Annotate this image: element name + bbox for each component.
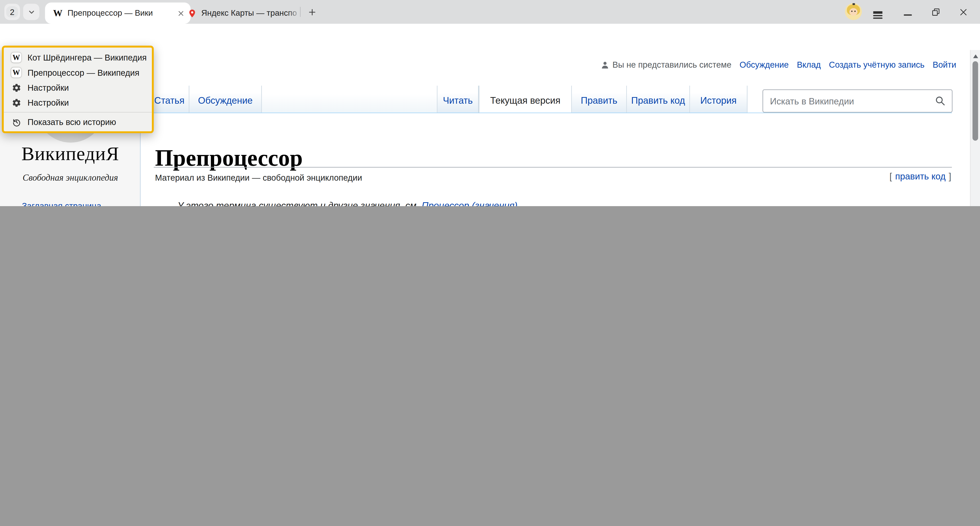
tab-title: Препроцессор — Вики — [68, 8, 178, 18]
search-input[interactable] — [763, 90, 934, 112]
tab-yandex-maps[interactable]: Яндекс Карты — транспо — [183, 2, 306, 24]
history-icon — [11, 117, 21, 127]
page-scrollbar[interactable] — [970, 50, 980, 206]
menu-divider — [4, 112, 152, 113]
sidebar-nav-main: Заглавная страница Содержание Избранные … — [22, 198, 101, 206]
history-item[interactable]: Настройки — [4, 80, 152, 95]
hamburger-icon — [873, 11, 882, 13]
tab-history[interactable]: История — [690, 86, 748, 113]
chevron-down-icon — [27, 8, 35, 16]
personal-link-login[interactable]: Войти — [933, 60, 956, 69]
search-icon — [934, 95, 946, 106]
restore-window-button[interactable] — [928, 5, 943, 19]
personal-link-talk[interactable]: Обсуждение — [740, 60, 789, 69]
tab-read[interactable]: Читать — [438, 86, 479, 113]
wikipedia-tagline: Свободная энциклопедия — [0, 172, 141, 183]
tab-discussion[interactable]: Обсуждение — [189, 86, 262, 113]
history-item[interactable]: Настройки — [4, 95, 152, 110]
tab-list-dropdown-button[interactable] — [23, 4, 39, 20]
back-history-menu: W Кот Шрёдингера — Википедия W Препроцес… — [2, 46, 154, 133]
edit-source-link[interactable]: править код — [895, 171, 946, 182]
plus-icon — [307, 7, 317, 16]
history-item[interactable]: W Препроцессор — Википедия — [4, 65, 152, 80]
scrollbar-thumb[interactable] — [972, 61, 978, 141]
browser-window: 2 W Препроцессор — Вики Яндекс Карты — т… — [0, 0, 980, 206]
tab-article[interactable]: Статья — [150, 86, 189, 113]
history-item-label: Настройки — [27, 98, 69, 107]
show-full-history-item[interactable]: Показать всю историю — [4, 115, 152, 129]
personal-link-contributions[interactable]: Вклад — [797, 60, 821, 69]
new-tab-button[interactable] — [305, 5, 319, 19]
history-item-label: Настройки — [27, 83, 69, 92]
wikipedia-favicon-icon: W — [11, 53, 21, 62]
personal-bar: Вы не представились системе Обсуждение В… — [600, 60, 956, 69]
article-subtitle: Материал из Википедии — свободной энцикл… — [155, 173, 362, 183]
sidebar-item-main-page[interactable]: Заглавная страница — [22, 201, 101, 206]
tab-group-counter[interactable]: 2 — [5, 4, 20, 20]
gear-icon — [11, 97, 21, 108]
gear-icon — [11, 83, 21, 92]
disambiguation-link[interactable]: Процессор (значения) — [422, 200, 517, 206]
minimize-window-button[interactable] — [900, 5, 915, 19]
tab-bar: 2 W Препроцессор — Вики Яндекс Карты — т… — [0, 0, 980, 24]
history-item-label: Кот Шрёдингера — Википедия — [27, 53, 146, 62]
history-item[interactable]: W Кот Шрёдингера — Википедия — [4, 50, 152, 65]
tab-preprocessor[interactable]: W Препроцессор — Вики — [45, 2, 191, 24]
tab-strip-spacer — [262, 86, 438, 113]
person-icon — [600, 60, 609, 69]
restore-window-icon — [931, 7, 940, 16]
history-item-label: Препроцессор — Википедия — [27, 68, 139, 77]
close-icon — [958, 7, 968, 16]
history-item-label: Показать всю историю — [27, 117, 116, 126]
browser-menu-button[interactable] — [870, 5, 885, 19]
search-button[interactable] — [934, 95, 946, 106]
login-status: Вы не представились системе — [600, 60, 731, 69]
wikipedia-wordmark[interactable]: ВикипедиЯ — [0, 143, 141, 165]
tab-edit[interactable]: Править — [572, 86, 627, 113]
minimize-icon — [903, 14, 912, 15]
wiki-search — [762, 89, 953, 113]
article-title: Препроцессор — [155, 144, 303, 171]
profile-avatar[interactable] — [845, 3, 862, 20]
wiki-content: Вы не представились системе Обсуждение В… — [142, 50, 970, 206]
wikipedia-favicon-icon: W — [11, 68, 21, 78]
edit-section: [править код] — [889, 171, 951, 182]
wikipedia-favicon-icon: W — [53, 8, 62, 18]
tab-edit-source[interactable]: Править код — [627, 86, 690, 113]
personal-link-create-account[interactable]: Создать учётную запись — [829, 60, 924, 69]
hatnote: У этого термина существуют и другие знач… — [177, 200, 520, 206]
tab-current-version[interactable]: Текущая версия — [479, 86, 572, 113]
scroll-up-arrow[interactable] — [973, 54, 978, 58]
tab-group-count: 2 — [10, 7, 14, 16]
map-pin-icon — [188, 8, 197, 18]
close-window-button[interactable] — [956, 5, 971, 19]
tab-title: Яндекс Карты — транспо — [201, 8, 301, 18]
